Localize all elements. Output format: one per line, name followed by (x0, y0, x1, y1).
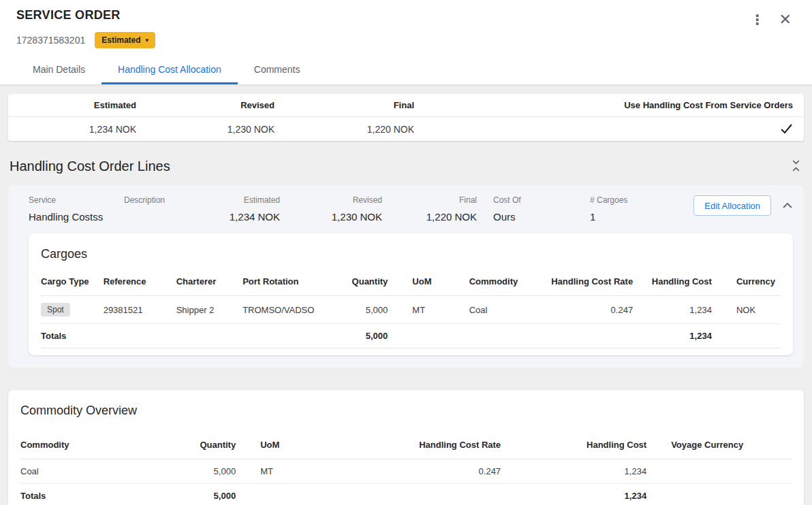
summary-revised-value: 1,230 NOK (136, 124, 275, 135)
commodity-uom: MT (241, 459, 354, 484)
handling-cost-order-line: Service Handling Costss Description Esti… (8, 185, 804, 368)
line-estimated-value: 1,234 NOK (185, 211, 280, 223)
cargo-uom: MT (393, 296, 450, 324)
service-label: Service (29, 195, 124, 205)
cargo-handling-cost: 1,234 (638, 296, 717, 324)
commodity-totals-quantity: 5,000 (154, 484, 242, 505)
cargoes-totals-handling-cost: 1,234 (638, 324, 717, 348)
col-cargo-type: Cargo Type (41, 272, 104, 296)
page-title: SERVICE ORDER (16, 8, 121, 22)
line-revised-value: 1,230 NOK (280, 211, 382, 223)
more-options-icon[interactable]: ⋮ (751, 13, 764, 27)
commodity-overview-table: Commodity Quantity UoM Handling Cost Rat… (20, 436, 792, 505)
col-uom: UoM (393, 272, 450, 296)
cargo-count-label: # Cargoes (590, 195, 658, 205)
checkmark-icon (780, 123, 793, 135)
status-label: Estimated (102, 35, 140, 45)
col-commodity: Commodity (20, 436, 154, 459)
line-final-value: 1,220 NOK (382, 211, 477, 223)
status-badge[interactable]: Estimated ▾ (95, 32, 155, 48)
edit-allocation-button[interactable]: Edit Allocation (693, 195, 771, 216)
cargo-reference: 29381521 (104, 296, 176, 324)
cargoes-table: Cargo Type Reference Charterer Port Rota… (41, 272, 781, 348)
commodity-quantity: 5,000 (154, 459, 242, 484)
cargoes-totals-quantity: 5,000 (330, 324, 393, 348)
cargo-count-value: 1 (590, 211, 658, 223)
collapse-all-icon[interactable] (791, 160, 801, 174)
cargo-port-rotation: TROMSO/VADSO (243, 296, 330, 324)
summary-final-header: Final (275, 100, 414, 110)
header: SERVICE ORDER ⋮ ✕ 1728371583201 Estimate… (0, 0, 812, 85)
col-commodity: Commodity (450, 272, 544, 296)
handling-cost-summary-card: Estimated Revised Final Use Handling Cos… (8, 94, 804, 141)
cargo-charterer: Shipper 2 (176, 296, 243, 324)
summary-estimated-value: 1,234 NOK (19, 124, 136, 135)
use-handling-cost-checkbox[interactable] (780, 123, 793, 135)
summary-revised-header: Revised (136, 100, 275, 110)
tab-handling-cost-allocation[interactable]: Handling Cost Allocation (102, 56, 238, 84)
summary-estimated-header: Estimated (19, 100, 136, 110)
description-label: Description (124, 195, 185, 205)
cargoes-totals-label: Totals (41, 324, 104, 348)
tab-main-details[interactable]: Main Details (16, 56, 102, 84)
cost-of-value: Ours (493, 211, 590, 223)
col-quantity: Quantity (154, 436, 242, 459)
commodity-overview-card: Commodity Overview Commodity Quantity Uo… (8, 390, 804, 505)
cargo-handling-cost-rate: 0.247 (544, 296, 638, 324)
commodity-name: Coal (20, 459, 154, 484)
cargoes-card: Cargoes Cargo Type Reference Charterer P… (29, 233, 793, 355)
commodity-totals-handling-cost: 1,234 (506, 484, 652, 505)
cargo-type-chip: Spot (41, 303, 70, 316)
col-uom: UoM (241, 436, 354, 459)
commodity-voyage-currency (652, 459, 792, 484)
cargo-currency: NOK (717, 296, 781, 324)
cargoes-title: Cargoes (41, 247, 781, 261)
col-handling-cost: Handling Cost (506, 436, 652, 459)
line-estimated-label: Estimated (185, 195, 280, 205)
tab-bar: Main Details Handling Cost Allocation Co… (16, 56, 796, 84)
line-revised-label: Revised (280, 195, 382, 205)
col-reference: Reference (104, 272, 176, 296)
content-area: Estimated Revised Final Use Handling Cos… (0, 85, 812, 505)
col-voyage-currency: Voyage Currency (652, 436, 792, 459)
col-handling-cost-rate: Handling Cost Rate (544, 272, 638, 296)
col-handling-cost-rate: Handling Cost Rate (354, 436, 506, 459)
col-handling-cost: Handling Cost (638, 272, 717, 296)
cargoes-totals-row: Totals 5,000 1,234 (41, 324, 781, 348)
order-id: 1728371583201 (16, 35, 85, 46)
commodity-totals-label: Totals (20, 484, 154, 505)
caret-down-icon: ▾ (146, 37, 149, 44)
section-title: Handling Cost Order Lines (10, 159, 170, 174)
collapse-line-icon[interactable] (782, 199, 793, 212)
cargo-commodity: Coal (450, 296, 544, 324)
close-icon[interactable]: ✕ (779, 12, 792, 27)
cost-of-label: Cost Of (493, 195, 590, 205)
col-currency: Currency (717, 272, 781, 296)
tab-comments[interactable]: Comments (238, 56, 317, 84)
cargo-row[interactable]: Spot 29381521 Shipper 2 TROMSO/VADSO 5,0… (41, 296, 781, 324)
line-final-label: Final (382, 195, 477, 205)
col-quantity: Quantity (330, 272, 393, 296)
commodity-handling-cost: 1,234 (506, 459, 652, 484)
commodity-row: Coal 5,000 MT 0.247 1,234 (20, 459, 792, 484)
col-charterer: Charterer (176, 272, 243, 296)
service-value: Handling Costss (29, 211, 124, 223)
summary-use-handling-cost-header: Use Handling Cost From Service Orders (624, 100, 793, 110)
commodity-totals-row: Totals 5,000 1,234 (20, 484, 792, 505)
summary-final-value: 1,220 NOK (275, 124, 414, 135)
commodity-overview-title: Commodity Overview (20, 404, 792, 418)
col-port-rotation: Port Rotation (243, 272, 330, 296)
commodity-handling-cost-rate: 0.247 (354, 459, 506, 484)
cargo-quantity: 5,000 (330, 296, 393, 324)
